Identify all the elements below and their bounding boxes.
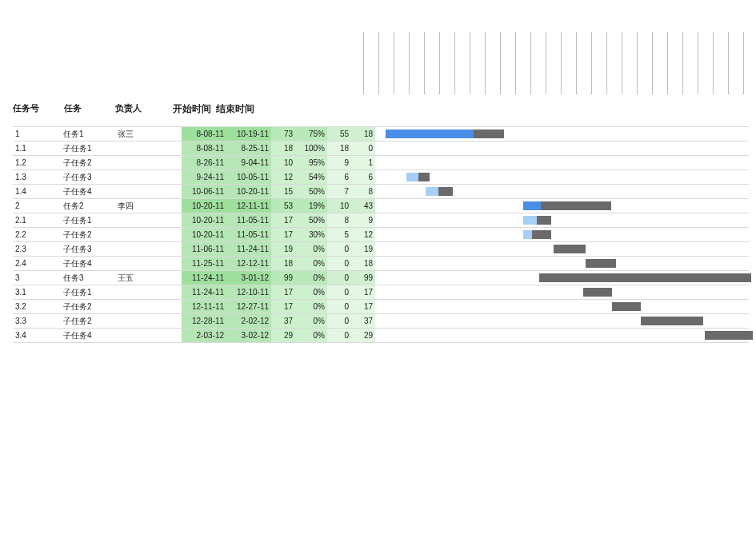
- cell-start: 2-03-12: [182, 329, 226, 342]
- cell-id: 3.3: [13, 314, 37, 328]
- axis-tick: [530, 32, 531, 94]
- table-row[interactable]: 2.3子任务311-06-1111-24-11190%019: [13, 241, 749, 256]
- cell-d2: 55: [327, 127, 351, 141]
- cell-id: 2.4: [13, 257, 37, 270]
- cell-id: 3.4: [13, 329, 37, 342]
- table-row[interactable]: 2.4子任务411-25-1112-12-11180%018: [13, 256, 749, 270]
- cell-d1: 19: [271, 242, 295, 256]
- timeline-axis: [363, 32, 754, 94]
- cell-d2: 18: [327, 141, 351, 155]
- cell-d2: 0: [327, 285, 351, 299]
- header-id: 任务号: [13, 102, 39, 114]
- cell-end: 10-20-11: [226, 185, 271, 198]
- cell-d2: 0: [327, 300, 351, 313]
- gantt-bar-gray: [612, 302, 641, 311]
- gantt-bar-gray: [532, 230, 551, 239]
- axis-tick: [561, 32, 562, 94]
- gantt-bar-lblue: [406, 173, 418, 181]
- table-row[interactable]: 1.3子任务39-24-1110-05-111254%66: [13, 169, 749, 184]
- column-headers: 任务号 任务 负责人 开始时间 结束时间: [13, 102, 749, 120]
- cell-start: 11-24-11: [182, 285, 226, 299]
- cell-d1: 37: [271, 314, 295, 328]
- table-row[interactable]: 1任务1张三8-08-1110-19-117375%5518: [13, 126, 749, 141]
- cell-d1: 99: [271, 271, 295, 285]
- axis-tick: [591, 32, 592, 94]
- axis-tick: [637, 32, 638, 94]
- gantt-lane: [363, 285, 754, 299]
- cell-pct: 0%: [295, 242, 327, 256]
- axis-tick: [409, 32, 410, 94]
- cell-id: 1.3: [13, 170, 37, 184]
- cell-id: 1.2: [13, 156, 37, 169]
- cell-pct: 75%: [295, 127, 327, 141]
- cell-pct: 95%: [295, 156, 327, 169]
- axis-tick: [546, 32, 546, 94]
- cell-end: 11-05-11: [226, 213, 271, 227]
- table-row[interactable]: 1.1子任务18-08-118-25-1118100%180: [13, 141, 749, 155]
- cell-end: 11-05-11: [226, 228, 271, 241]
- table-row[interactable]: 3.2子任务212-11-1112-27-11170%017: [13, 299, 749, 313]
- table-row[interactable]: 1.4子任务410-06-1110-20-111550%78: [13, 184, 749, 198]
- cell-pct: 19%: [295, 199, 327, 213]
- cell-d1: 10: [271, 156, 295, 169]
- table-row[interactable]: 3.3子任务212-28-112-02-12370%037: [13, 313, 749, 328]
- axis-tick: [667, 32, 668, 94]
- cell-end: 12-12-11: [226, 257, 271, 270]
- axis-tick: [652, 32, 653, 94]
- cell-d1: 12: [271, 170, 295, 184]
- cell-id: 2.3: [13, 242, 37, 256]
- cell-d1: 15: [271, 185, 295, 198]
- gantt-lane: [363, 314, 754, 328]
- table-row[interactable]: 3.4子任务42-03-123-02-12290%029: [13, 328, 749, 343]
- cell-pct: 0%: [295, 300, 327, 313]
- gantt-bar-gray: [541, 201, 611, 210]
- cell-d1: 17: [271, 285, 295, 299]
- axis-tick: [394, 32, 394, 94]
- cell-pct: 0%: [295, 329, 327, 342]
- axis-tick: [454, 32, 455, 94]
- cell-owner: 张三: [115, 127, 147, 141]
- cell-end: 9-04-11: [226, 156, 271, 169]
- cell-id: 2.1: [13, 213, 37, 227]
- cell-owner: [115, 156, 147, 169]
- cell-id: 1.1: [13, 141, 37, 155]
- cell-pct: 0%: [295, 314, 327, 328]
- axis-tick: [485, 32, 486, 94]
- axis-tick: [728, 32, 729, 94]
- cell-end: 8-25-11: [226, 141, 271, 155]
- table-row[interactable]: 1.2子任务28-26-119-04-111095%91: [13, 155, 749, 169]
- cell-owner: [115, 213, 147, 227]
- cell-task: 子任务1: [61, 285, 109, 299]
- cell-id: 3.1: [13, 285, 37, 299]
- cell-start: 8-26-11: [182, 156, 226, 169]
- cell-d2: 0: [327, 314, 351, 328]
- axis-tick: [622, 32, 622, 94]
- axis-tick: [713, 32, 714, 94]
- cell-owner: [115, 228, 147, 241]
- axis-tick: [606, 32, 607, 94]
- cell-owner: 李四: [115, 199, 147, 213]
- axis-tick: [576, 32, 577, 94]
- cell-task: 任务2: [61, 199, 109, 213]
- cell-pct: 0%: [295, 271, 327, 285]
- cell-task: 子任务3: [61, 242, 109, 256]
- table-row[interactable]: 3任务3王五11-24-113-01-12990%099: [13, 270, 749, 285]
- gantt-lane: [363, 228, 754, 241]
- table-row[interactable]: 2任务2李四10-20-1112-11-115319%1043: [13, 198, 749, 213]
- table-row[interactable]: 2.2子任务210-20-1111-05-111730%512: [13, 227, 749, 241]
- cell-d2: 9: [327, 156, 351, 169]
- cell-pct: 100%: [295, 141, 327, 155]
- header-end: 结束时间: [216, 102, 254, 116]
- cell-owner: [115, 314, 147, 328]
- cell-id: 3: [13, 271, 37, 285]
- cell-task: 任务3: [61, 271, 109, 285]
- table-row[interactable]: 2.1子任务110-20-1111-05-111750%89: [13, 213, 749, 227]
- table-row[interactable]: 3.1子任务111-24-1112-10-11170%017: [13, 285, 749, 299]
- gantt-lane: [363, 329, 754, 342]
- cell-task: 子任务4: [61, 185, 109, 198]
- gantt-lane: [363, 156, 754, 169]
- cell-d2: 8: [327, 213, 351, 227]
- gantt-grid: 1任务1张三8-08-1110-19-117375%55181.1子任务18-0…: [13, 126, 749, 343]
- cell-owner: [115, 329, 147, 342]
- cell-task: 子任务2: [61, 228, 109, 241]
